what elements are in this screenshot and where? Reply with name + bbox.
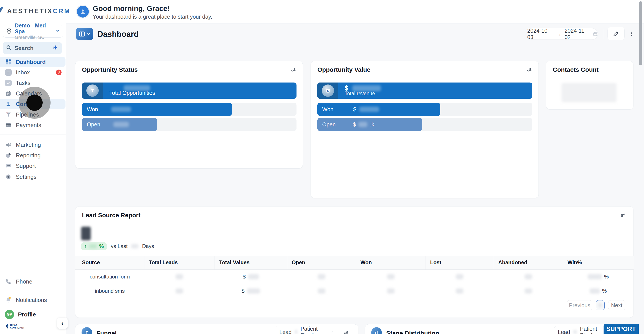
sidebar-item-support[interactable]: Support [0,161,66,171]
redacted-cell [590,288,600,294]
arrow-right-icon: → [556,31,561,37]
sidebar: AESTHETIXCRM Demo - Med Spa Greenville, … [0,0,66,334]
sidebar-item-pipelines[interactable]: Pipelines [0,110,66,120]
column-header[interactable]: Source [76,256,144,270]
sidebar-item-phone[interactable]: Phone [0,277,66,287]
currency-prefix: $ [353,121,356,128]
dashboard-layout-button[interactable] [76,28,93,40]
chevron-left-icon: ‹ [61,320,64,327]
user-avatar[interactable] [76,5,90,18]
chevron-down-icon [86,32,90,36]
sidebar-item-notifications[interactable]: Notifications [0,295,66,305]
card-title: Stage Distribution [386,330,439,334]
sidebar-item-profile[interactable]: GP Profile [0,310,66,320]
sidebar-item-dashboard[interactable]: Dashboard [0,57,66,67]
sidebar-item-reporting[interactable]: Reporting [0,150,66,161]
sidebar-item-contacts[interactable]: Contacts [0,99,66,109]
redacted-cell [456,274,463,279]
redacted-value [114,122,129,127]
redacted-value [352,85,381,91]
location-pin-icon [6,28,12,35]
column-header[interactable]: Abandoned [494,256,563,270]
table-row[interactable]: inbound sms $ % [76,284,634,298]
search-input[interactable]: Search [3,42,62,54]
date-range-picker[interactable]: 2024-10-03 → 2024-11-02 [527,28,598,40]
profile-avatar: GP [5,310,14,319]
percent-sign: % [604,274,608,280]
sidebar-item-inbox[interactable]: Inbox 3 [0,67,66,77]
column-header[interactable]: Lost [426,256,494,270]
card-settings-icon[interactable] [526,67,532,74]
search-icon [6,44,12,52]
select-value: Patient Pipeline [300,326,327,334]
column-header[interactable]: Total Values [214,256,287,270]
location-name: Demo - Med Spa [15,23,53,35]
bar-label: Open [322,121,336,128]
sidebar-item-label: Inbox [16,69,30,76]
bar-label: Total revenue [345,91,375,97]
won-bar: Won [82,103,232,116]
redacted-count [562,83,616,102]
previous-button[interactable]: Previous [567,300,592,310]
sidebar-item-label: Pipelines [16,111,39,118]
kebab-menu-icon [629,31,634,37]
scrollbar-thumb[interactable] [639,1,642,65]
tasks-icon [5,79,12,86]
redacted-page [598,303,602,308]
next-button[interactable]: Next [608,300,625,310]
redacted-cell [248,274,259,279]
support-button[interactable]: SUPPORT [604,324,639,334]
select-prefix: Lead [279,329,292,334]
column-header[interactable]: Total Leads [144,256,214,270]
sidebar-item-tasks[interactable]: Tasks [0,78,66,88]
page-number-box[interactable] [596,300,605,310]
redacted-value [359,107,379,112]
table-row[interactable]: consultation form $ % [76,270,634,284]
column-header[interactable]: Open [287,256,356,270]
column-header[interactable]: Won [356,256,426,270]
sidebar-item-label: Settings [16,173,36,180]
svg-text:$: $ [327,89,329,92]
trend-pill: ↑ % [81,242,107,250]
sidebar-item-calendars[interactable]: Calendars [0,88,66,99]
sidebar-item-label: Dashboard [16,59,46,65]
redacted-days [131,244,138,248]
sidebar-item-marketing[interactable]: Marketing [0,140,66,150]
card-settings-icon[interactable] [290,67,296,74]
total-revenue-bar: $ $ Total revenue [318,83,532,99]
sidebar-collapse-button[interactable]: ‹ [57,318,68,329]
more-options-button[interactable] [627,29,636,39]
funnel-icon [90,88,96,93]
percent-sign: % [99,243,104,249]
sidebar-item-label: Profile [18,311,36,318]
contacts-icon [5,101,12,108]
card-title: Contacts Count [553,66,598,73]
sidebar-item-payments[interactable]: Payments [0,120,66,130]
chevron-down-icon [330,330,334,334]
pipeline-select[interactable]: Lead Patient Pipeline [276,326,337,334]
pipelines-funnel-icon [5,111,12,118]
stage-distribution-icon [371,327,382,334]
redacted [573,330,577,334]
total-opportunities-bar: Total Opportunities [82,83,296,99]
source-cell: consultation form [76,274,144,280]
sidebar-item-settings[interactable]: Settings [0,172,66,182]
edit-dashboard-button[interactable] [608,27,625,40]
redacted-value [111,107,131,112]
bar-chart-icon [374,330,379,334]
gear-icon [5,173,12,180]
source-cell: inbound sms [76,288,144,294]
sidebar-item-label: Reporting [16,152,41,159]
toolbar-divider [603,29,603,39]
card-settings-icon[interactable] [620,212,626,219]
sidebar-item-label: Calendars [16,90,42,97]
card-divider [76,223,634,223]
funnel-badge [82,83,103,99]
chat-bubble-icon [5,163,12,169]
table-header-row: Source Total Leads Total Values Open Won… [76,256,634,270]
contacts-count-card: Contacts Count [546,61,634,110]
location-selector[interactable]: Demo - Med Spa Greenville, SC [3,25,63,37]
card-settings-icon[interactable] [343,330,349,334]
column-header[interactable]: Win% [563,256,634,270]
currency-prefix: $ [242,288,244,294]
